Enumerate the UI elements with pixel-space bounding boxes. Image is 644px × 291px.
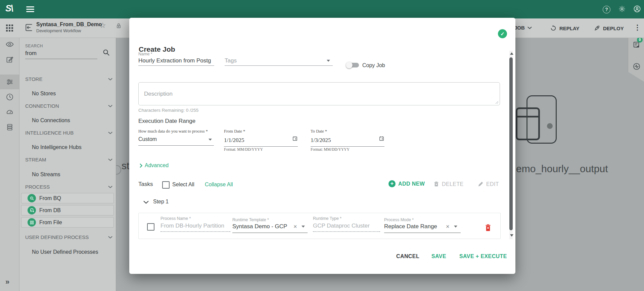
advanced-label: Advanced	[145, 162, 169, 168]
chevron-right-icon	[140, 163, 142, 168]
edit-button[interactable]: EDIT	[477, 181, 499, 187]
replay-icon	[550, 25, 557, 32]
node-connector-dot[interactable]	[547, 123, 553, 129]
from-date-format-hint: Format: MM/DD/YYYY	[224, 147, 263, 151]
history-clock-icon[interactable]	[6, 93, 14, 101]
data-amount-select[interactable]: Custom	[138, 136, 214, 146]
data-amount-dropdown-arrow[interactable]	[209, 139, 212, 141]
canvas-node-label-partial: st	[122, 160, 129, 172]
copy-job-label: Copy Job	[362, 62, 385, 68]
tags-input[interactable]	[225, 57, 333, 65]
chevron-down-icon[interactable]	[108, 78, 112, 81]
pencil-icon	[477, 181, 484, 187]
select-all-label: Select All	[172, 182, 194, 188]
dropdown-arrow-icon[interactable]	[454, 226, 457, 228]
add-new-label: ADD NEW	[398, 181, 425, 187]
runtime-template-value: Syntasa Demo - GCP	[232, 223, 287, 230]
exec-date-range-title: Execution Date Range	[138, 118, 195, 125]
scroll-up-arrow-icon[interactable]	[510, 52, 513, 55]
add-new-button[interactable]: + ADD NEW	[388, 180, 425, 187]
settings-gear-icon[interactable]	[618, 5, 626, 13]
modal-scrollbar-thumb[interactable]	[509, 57, 513, 230]
copy-job-toggle-knob[interactable]	[346, 62, 353, 68]
workflow-type: Development Workflow	[36, 28, 81, 33]
process-mode-value: Replace Date Range	[384, 223, 437, 230]
deploy-button[interactable]: DEPLOY	[594, 25, 624, 32]
process-item-label: From DB	[39, 207, 61, 213]
chevron-down-icon[interactable]	[108, 236, 112, 239]
scroll-down-arrow-icon[interactable]	[510, 234, 513, 237]
process-item-from-bq[interactable]: From BQ	[21, 193, 114, 203]
user-defined-process-empty-text: No User Defined Processes	[32, 249, 98, 255]
process-item-from-file[interactable]: From File	[21, 217, 114, 228]
step-collapse-chevron-icon[interactable]	[143, 201, 149, 204]
dropdown-arrow-icon[interactable]	[302, 226, 305, 228]
data-store-icon[interactable]	[6, 123, 14, 131]
menu-icon[interactable]	[26, 6, 34, 12]
edit-compose-icon[interactable]	[6, 55, 14, 63]
advanced-toggle[interactable]: Advanced	[140, 162, 169, 168]
sidebar-section-process[interactable]: PROCESS	[25, 184, 50, 190]
more-options-icon[interactable]: ⋮	[634, 23, 641, 32]
clear-icon[interactable]: ×	[293, 224, 297, 229]
select-all-checkbox[interactable]	[162, 181, 170, 189]
app-bar: S\ ?	[0, 0, 644, 18]
save-execute-button[interactable]: SAVE + EXECUTE	[459, 253, 507, 259]
component-sidebar: SEARCH STORE No Stores CONNECTION No Con…	[19, 18, 116, 291]
monitor-gauge-icon[interactable]	[6, 108, 14, 116]
bq-process-icon	[28, 194, 36, 202]
process-item-from-db[interactable]: From DB	[21, 205, 114, 215]
expand-sidebar-icon[interactable]: »	[5, 278, 9, 286]
collapse-all-button[interactable]: Collapse All	[205, 182, 233, 188]
create-job-modal: Create Job ✓ Name * Copy Job Characters …	[129, 18, 515, 274]
apps-grid-icon[interactable]	[6, 25, 13, 32]
process-mode-select[interactable]: Replace Date Range ×	[384, 223, 461, 233]
search-label: SEARCH	[25, 44, 43, 48]
resize-handle-icon[interactable]	[495, 101, 499, 104]
sidebar-section-intelligence-hub[interactable]: INTELLIGENCE HUB	[25, 130, 74, 136]
to-date-calendar-icon[interactable]	[379, 136, 384, 141]
description-input[interactable]	[139, 83, 500, 105]
chevron-down-icon[interactable]	[108, 132, 112, 134]
job-menu-button[interactable]: JOB	[514, 25, 532, 31]
syntasa-logo[interactable]: S\	[5, 3, 13, 14]
workflow-back-icon[interactable]	[24, 23, 34, 32]
plus-circle-icon: +	[388, 180, 396, 187]
task-checkbox[interactable]	[147, 223, 154, 231]
save-button[interactable]: SAVE	[431, 253, 446, 259]
chevron-down-icon[interactable]	[108, 105, 112, 107]
workflow-settings-icon[interactable]	[6, 78, 14, 86]
search-icon[interactable]	[102, 49, 110, 56]
sidebar-section-user-defined-process[interactable]: USER DEFINED PROCESS	[25, 234, 89, 240]
delete-label: DELETE	[442, 181, 464, 187]
tags-dropdown-arrow[interactable]	[327, 60, 330, 62]
delete-task-icon[interactable]	[485, 224, 492, 232]
clear-icon[interactable]: ×	[446, 224, 450, 229]
runtime-type-label: Runtime Type *	[313, 216, 341, 221]
workflow-name: Syntasa_From_DB_Demo	[36, 21, 102, 28]
chevron-down-icon[interactable]	[108, 186, 112, 188]
delete-button[interactable]: DELETE	[433, 181, 464, 187]
runtime-template-select[interactable]: Syntasa Demo - GCP ×	[232, 223, 308, 233]
task-row: Process Name * From DB-Hourly Partition …	[138, 213, 501, 239]
view-eye-icon[interactable]	[6, 40, 14, 48]
sidebar-section-store[interactable]: STORE	[25, 76, 42, 82]
sidebar-section-stream[interactable]: STREAM	[25, 157, 46, 162]
search-input[interactable]	[25, 49, 97, 59]
cancel-button[interactable]: CANCEL	[396, 253, 419, 259]
icon-rail: »	[0, 18, 19, 291]
chevron-down-icon[interactable]	[108, 158, 112, 161]
from-date-calendar-icon[interactable]	[292, 136, 298, 141]
file-process-icon	[28, 218, 36, 227]
canvas-node-table-glyph[interactable]	[516, 107, 540, 140]
from-date-input[interactable]: 1/1/2025	[224, 137, 298, 147]
favorite-star-icon[interactable]: ☆	[99, 21, 106, 30]
replay-button[interactable]: REPLAY	[550, 25, 579, 32]
help-icon[interactable]: ?	[603, 6, 610, 13]
activity-icon[interactable]	[633, 62, 641, 70]
replay-label: REPLAY	[559, 26, 579, 31]
job-name-input[interactable]	[138, 57, 214, 65]
to-date-input[interactable]: 1/3/2025	[311, 137, 384, 147]
account-icon[interactable]	[633, 5, 641, 13]
sidebar-section-connection[interactable]: CONNECTION	[25, 103, 59, 109]
